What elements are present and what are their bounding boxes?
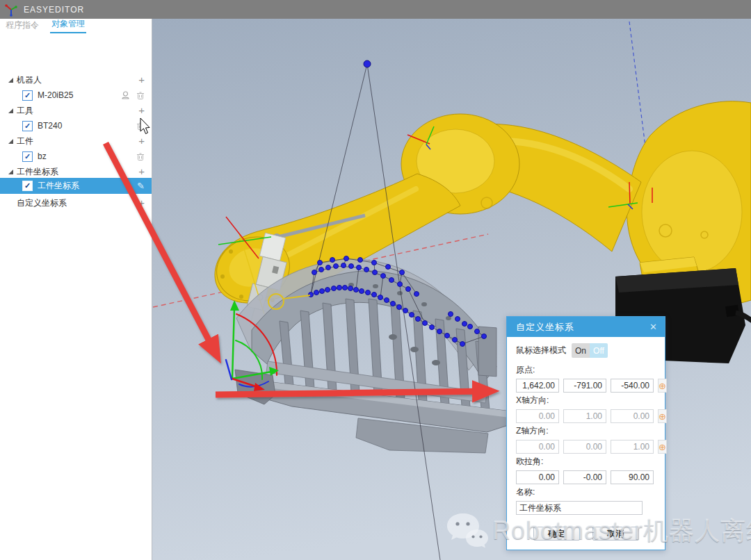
delete-trash-icon[interactable]	[136, 91, 145, 100]
waypoint[interactable]	[337, 286, 342, 290]
x-axis-i-input[interactable]	[516, 409, 559, 423]
waypoint[interactable]	[449, 312, 453, 317]
waypoint[interactable]	[318, 261, 323, 265]
waypoint[interactable]	[381, 274, 386, 279]
tree-item-tool[interactable]: ✓ BT240	[0, 118, 152, 133]
visibility-checkbox[interactable]: ✓	[22, 90, 33, 101]
waypoint[interactable]	[386, 265, 391, 270]
dialog-titlebar[interactable]: 自定义坐标系 ✕	[507, 317, 665, 337]
waypoint[interactable]	[357, 265, 362, 270]
close-icon[interactable]: ✕	[649, 322, 658, 332]
z-axis-i-input[interactable]	[516, 440, 559, 454]
waypoint[interactable]	[341, 263, 346, 268]
waypoint[interactable]	[372, 261, 377, 265]
mouse-mode-toggle[interactable]: On Off	[572, 343, 608, 358]
waypoint[interactable]	[348, 286, 353, 291]
waypoint[interactable]	[325, 288, 330, 293]
ok-button[interactable]: 确定	[533, 527, 580, 541]
waypoint[interactable]	[366, 290, 371, 295]
waypoint[interactable]	[462, 322, 467, 327]
waypoint[interactable]	[343, 286, 348, 290]
tree-group-custom-cs[interactable]: 自定义坐标系 +	[0, 195, 152, 211]
expand-triangle-icon[interactable]	[7, 76, 14, 83]
waypoint[interactable]	[391, 302, 396, 306]
waypoint[interactable]	[373, 270, 378, 275]
clearance-waypoint[interactable]	[364, 60, 371, 67]
origin-y-input[interactable]	[563, 379, 606, 393]
waypoint[interactable]	[354, 288, 359, 293]
cs-name-input[interactable]	[516, 501, 643, 515]
expand-triangle-icon[interactable]	[7, 107, 14, 114]
tree-group-robots[interactable]: 机器人 +	[0, 72, 152, 88]
waypoint[interactable]	[334, 264, 339, 269]
pick-origin-target-icon[interactable]: ⊕	[658, 379, 667, 393]
waypoint[interactable]	[475, 329, 480, 334]
waypoint[interactable]	[312, 270, 317, 275]
waypoint[interactable]	[453, 338, 458, 343]
add-custom-cs-button[interactable]: +	[138, 198, 145, 208]
add-workpiece-cs-button[interactable]: +	[138, 167, 145, 176]
toggle-on[interactable]: On	[572, 343, 590, 358]
waypoint[interactable]	[410, 313, 414, 318]
origin-z-input[interactable]	[611, 379, 654, 393]
tab-object-management[interactable]: 对象管理	[50, 18, 86, 33]
waypoint[interactable]	[309, 293, 314, 297]
waypoint[interactable]	[468, 324, 473, 329]
waypoint[interactable]	[398, 282, 403, 287]
waypoint[interactable]	[406, 287, 411, 292]
waypoint[interactable]	[326, 265, 331, 270]
x-axis-k-input[interactable]	[611, 409, 654, 423]
visibility-checkbox[interactable]: ✓	[22, 181, 33, 191]
waypoint[interactable]	[349, 264, 354, 269]
waypoint[interactable]	[344, 256, 349, 261]
waypoint[interactable]	[358, 258, 363, 263]
waypoint[interactable]	[332, 286, 337, 291]
add-robot-button[interactable]: +	[138, 75, 145, 85]
waypoint[interactable]	[423, 321, 428, 326]
waypoint[interactable]	[430, 325, 435, 330]
visibility-checkbox[interactable]: ✓	[22, 151, 33, 162]
tree-group-tools[interactable]: 工具 +	[0, 103, 152, 118]
tree-item-workpiece[interactable]: ✓ bz	[0, 149, 152, 164]
waypoint[interactable]	[378, 295, 383, 300]
waypoint[interactable]	[360, 289, 364, 294]
euler-ry-input[interactable]	[563, 470, 606, 484]
toggle-off[interactable]: Off	[590, 343, 608, 358]
z-axis-k-input[interactable]	[611, 440, 654, 454]
tree-group-workpieces[interactable]: 工件 +	[0, 133, 152, 149]
z-axis-j-input[interactable]	[563, 440, 606, 454]
waypoint[interactable]	[455, 317, 460, 322]
euler-rz-input[interactable]	[611, 470, 654, 484]
expand-triangle-icon[interactable]	[7, 168, 14, 175]
robot-controller-icon[interactable]	[121, 91, 130, 100]
waypoint[interactable]	[364, 267, 369, 272]
tab-program-instructions[interactable]: 程序指令	[4, 19, 40, 33]
x-axis-j-input[interactable]	[563, 409, 606, 423]
waypoint[interactable]	[445, 333, 450, 338]
waypoint[interactable]	[403, 308, 408, 313]
waypoint[interactable]	[389, 278, 394, 283]
waypoint[interactable]	[482, 334, 487, 339]
waypoint[interactable]	[460, 342, 465, 347]
tree-group-workpiece-cs[interactable]: 工件坐标系 +	[0, 164, 152, 179]
tree-item-robot[interactable]: ✓ M-20iB25	[0, 88, 152, 103]
waypoint[interactable]	[314, 290, 319, 295]
waypoint[interactable]	[330, 258, 335, 263]
waypoint[interactable]	[416, 317, 421, 322]
tree-item-workpiece-cs-selected[interactable]: ✓ 工件坐标系 ✎	[0, 178, 152, 194]
delete-trash-icon[interactable]	[136, 122, 145, 131]
waypoint[interactable]	[319, 267, 324, 272]
cancel-button[interactable]: 取消	[592, 527, 639, 541]
expand-triangle-icon[interactable]	[7, 138, 14, 145]
add-workpiece-button[interactable]: +	[138, 136, 145, 146]
add-tool-button[interactable]: +	[138, 106, 145, 115]
delete-trash-icon[interactable]	[136, 152, 145, 161]
pick-x-axis-target-icon[interactable]: ⊕	[658, 409, 667, 423]
waypoint[interactable]	[400, 270, 405, 275]
waypoint[interactable]	[320, 289, 325, 294]
waypoint[interactable]	[372, 293, 377, 297]
edit-pencil-icon[interactable]: ✎	[137, 181, 145, 191]
waypoint[interactable]	[397, 305, 402, 310]
waypoint[interactable]	[414, 292, 419, 297]
origin-x-input[interactable]	[516, 379, 559, 393]
